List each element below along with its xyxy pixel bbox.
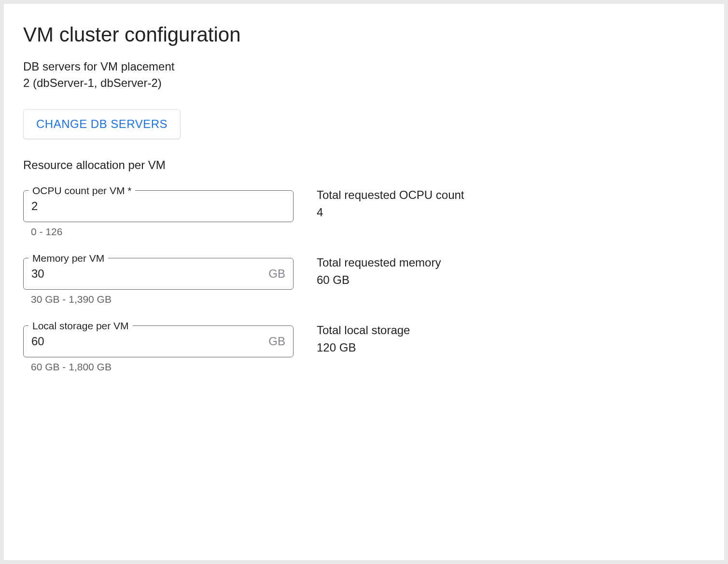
memory-field-label: Memory per VM xyxy=(28,253,108,263)
ocpu-field: OCPU count per VM * xyxy=(23,185,294,222)
ocpu-input[interactable] xyxy=(31,199,285,213)
storage-row: Local storage per VM GB 60 GB - 1,800 GB… xyxy=(23,321,705,373)
ocpu-row: OCPU count per VM * 0 - 126 Total reques… xyxy=(23,185,705,238)
storage-field-label: Local storage per VM xyxy=(28,321,133,331)
ocpu-total-value: 4 xyxy=(317,206,705,219)
ocpu-field-label: OCPU count per VM * xyxy=(28,185,135,196)
memory-helper: 30 GB - 1,390 GB xyxy=(31,294,294,305)
ocpu-helper: 0 - 126 xyxy=(31,226,294,238)
memory-input[interactable] xyxy=(31,267,265,281)
memory-suffix: GB xyxy=(268,267,285,281)
db-servers-value: 2 (dbServer-1, dbServer-2) xyxy=(23,76,705,90)
storage-input[interactable] xyxy=(31,335,265,348)
resource-allocation-label: Resource allocation per VM xyxy=(23,158,705,172)
storage-helper: 60 GB - 1,800 GB xyxy=(31,361,294,373)
storage-total-value: 120 GB xyxy=(317,341,705,354)
db-servers-label: DB servers for VM placement xyxy=(23,60,705,73)
storage-total-label: Total local storage xyxy=(317,324,705,337)
storage-suffix: GB xyxy=(268,335,285,348)
memory-field: Memory per VM GB xyxy=(23,253,294,290)
page-title: VM cluster configuration xyxy=(23,23,705,46)
storage-field: Local storage per VM GB xyxy=(23,321,294,357)
ocpu-total-label: Total requested OCPU count xyxy=(317,188,705,202)
memory-row: Memory per VM GB 30 GB - 1,390 GB Total … xyxy=(23,253,705,305)
memory-total-value: 60 GB xyxy=(317,273,705,287)
memory-total-label: Total requested memory xyxy=(317,256,705,269)
change-db-servers-button[interactable]: CHANGE DB SERVERS xyxy=(23,109,181,139)
vm-cluster-config-panel: VM cluster configuration DB servers for … xyxy=(4,4,724,560)
